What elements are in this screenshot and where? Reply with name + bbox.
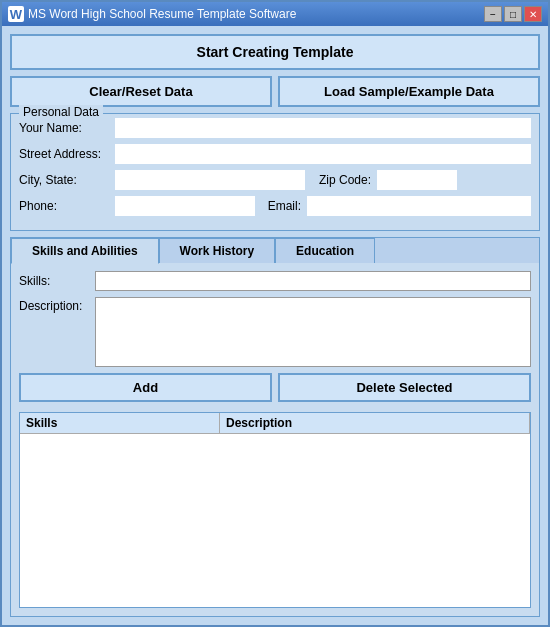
- email-input[interactable]: [307, 196, 531, 216]
- maximize-button[interactable]: □: [504, 6, 522, 22]
- name-label: Your Name:: [19, 121, 109, 135]
- description-textarea[interactable]: [95, 297, 531, 367]
- personal-data-group: Personal Data Your Name: Street Address:…: [10, 113, 540, 231]
- phone-email-row: Phone: Email:: [19, 196, 531, 216]
- skills-input-row: Skills:: [19, 271, 531, 291]
- start-button[interactable]: Start Creating Template: [10, 34, 540, 70]
- zip-label: Zip Code:: [311, 173, 371, 187]
- clear-button[interactable]: Clear/Reset Data: [10, 76, 272, 107]
- zip-input[interactable]: [377, 170, 457, 190]
- address-input[interactable]: [115, 144, 531, 164]
- add-delete-buttons: Add Delete Selected: [19, 373, 531, 406]
- table-body: [20, 434, 530, 604]
- tabs-header: Skills and Abilities Work History Educat…: [11, 238, 539, 263]
- col-skills: Skills: [20, 413, 220, 433]
- tabs-section: Skills and Abilities Work History Educat…: [10, 237, 540, 617]
- delete-button[interactable]: Delete Selected: [278, 373, 531, 402]
- load-button[interactable]: Load Sample/Example Data: [278, 76, 540, 107]
- name-row: Your Name:: [19, 118, 531, 138]
- personal-data-legend: Personal Data: [19, 105, 103, 119]
- main-content: Start Creating Template Clear/Reset Data…: [2, 26, 548, 625]
- window-title: MS Word High School Resume Template Soft…: [28, 7, 480, 21]
- city-input[interactable]: [115, 170, 305, 190]
- address-row: Street Address:: [19, 144, 531, 164]
- main-window: W MS Word High School Resume Template So…: [0, 0, 550, 627]
- skills-input[interactable]: [95, 271, 531, 291]
- col-description: Description: [220, 413, 530, 433]
- close-button[interactable]: ✕: [524, 6, 542, 22]
- name-input[interactable]: [115, 118, 531, 138]
- city-zip-row: City, State: Zip Code:: [19, 170, 531, 190]
- description-row: Description:: [19, 297, 531, 367]
- minimize-button[interactable]: −: [484, 6, 502, 22]
- add-button[interactable]: Add: [19, 373, 272, 402]
- tab-content-skills: Skills: Description: Add Delete Selected…: [11, 263, 539, 616]
- skills-table: Skills Description: [19, 412, 531, 608]
- phone-input[interactable]: [115, 196, 255, 216]
- tab-skills[interactable]: Skills and Abilities: [11, 238, 159, 264]
- description-label: Description:: [19, 297, 89, 313]
- address-label: Street Address:: [19, 147, 109, 161]
- tab-education[interactable]: Education: [275, 238, 375, 263]
- app-icon: W: [8, 6, 24, 22]
- email-label: Email:: [261, 199, 301, 213]
- tab-work-history[interactable]: Work History: [159, 238, 275, 263]
- table-header: Skills Description: [20, 413, 530, 434]
- city-label: City, State:: [19, 173, 109, 187]
- data-buttons: Clear/Reset Data Load Sample/Example Dat…: [10, 76, 540, 107]
- window-controls: − □ ✕: [484, 6, 542, 22]
- title-bar: W MS Word High School Resume Template So…: [2, 2, 548, 26]
- phone-label: Phone:: [19, 199, 109, 213]
- skills-label: Skills:: [19, 274, 89, 288]
